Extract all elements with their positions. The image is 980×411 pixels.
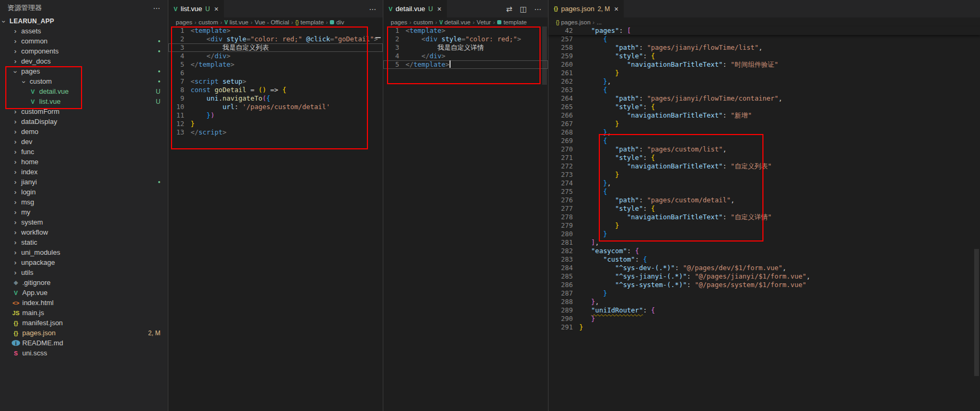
code-line[interactable]: 258 "path": "pages/jianyi/flowTime/list"… [549,43,980,52]
tree-item-manifest-json[interactable]: {}manifest.json [0,318,168,328]
code-line[interactable]: 272 "navigationBarTitleText": "自定义列表" [549,162,980,171]
close-icon[interactable]: × [437,5,442,13]
code-line[interactable]: 261 } [549,69,980,77]
breadcrumb-item[interactable]: custom [199,19,218,25]
code-line[interactable]: 281 ], [549,238,980,247]
tree-root-learun-app[interactable]: › LEARUN_APP [0,16,168,26]
tree-item-uni-scss[interactable]: Suni.scss [0,348,168,358]
compare-icon[interactable]: ⇄ [506,5,513,13]
code-line[interactable]: 264 "path": "pages/jianyi/flowTime/conta… [549,94,980,103]
code-line[interactable]: 11 }) [168,111,383,120]
tree-item-dev-docs[interactable]: ›dev_docs [0,56,168,66]
code-line[interactable]: 3 我是自定义详情 [383,43,548,52]
breadcrumb-item[interactable]: {}pages.json [556,19,590,25]
code-line[interactable]: 1<template> [383,26,548,35]
tree-item-main-js[interactable]: JSmain.js [0,308,168,318]
code-line[interactable]: 290 } [549,315,980,323]
tree-item-readme-md[interactable]: iREADME.md [0,338,168,348]
code-line[interactable]: 280 } [549,230,980,238]
breadcrumb-item[interactable]: Vlist.vue [224,19,248,25]
more-actions-icon[interactable]: ⋯ [534,5,542,13]
tree-item-unpackage[interactable]: ›unpackage [0,257,168,267]
code-line[interactable]: 266 "navigationBarTitleText": "新增" [549,111,980,120]
tree-item-msg[interactable]: ›msg [0,197,168,207]
code-line[interactable]: 7<script setup> [168,77,383,86]
breadcrumb-item[interactable]: Vdetail.vue [439,19,471,25]
tree-item-login[interactable]: ›login [0,187,168,197]
tree-item--gitignore[interactable]: ◆.gitignore [0,278,168,288]
breadcrumb-item[interactable]: pages [391,19,407,25]
breadcrumb-item[interactable]: template [497,19,527,25]
breadcrumb-item[interactable]: Vue - Official [255,19,289,25]
code-line[interactable]: 2 <div style="color: red;" @click="goDet… [168,35,383,43]
code-line[interactable]: 267 } [549,120,980,128]
code-line[interactable]: 274 }, [549,179,980,187]
code-line[interactable]: 8const goDetail = () => { [168,86,383,94]
sticky-scroll-line[interactable]: 42 "pages": [ [549,26,980,35]
breadcrumb-item[interactable]: custom [413,19,433,25]
tree-item-components[interactable]: ›components● [0,46,168,56]
code-line[interactable]: 286 "^sys-system-(.*)": "@/pages/system/… [549,281,980,289]
tree-item-app-vue[interactable]: VApp.vue [0,288,168,298]
close-icon[interactable]: × [614,5,618,13]
code-line[interactable]: 284 "^sys-dev-(.*)": "@/pages/dev/$1/for… [549,264,980,272]
code-line[interactable]: 263 { [549,86,980,94]
tree-item-custom[interactable]: ›custom● [0,76,168,86]
code-line[interactable]: 265 "style": { [549,103,980,111]
tree-item-dev[interactable]: ›dev [0,137,168,147]
tree-item-home[interactable]: ›home [0,157,168,167]
code-line[interactable]: 5</template> [168,60,383,69]
code-line[interactable]: 269 { [549,137,980,145]
breadcrumb-item[interactable]: {}template [295,19,324,25]
code-line[interactable]: 5</template> [383,60,548,69]
split-editor-icon[interactable]: ◫ [520,5,527,13]
code-line[interactable]: 3 我是自定义列表 [168,43,383,52]
more-actions-icon[interactable]: ⋯ [369,5,376,13]
code-editor-pages-json[interactable]: 42 "pages": [257 {258 "path": "pages/jia… [549,26,980,332]
tree-item-jianyi[interactable]: ›jianyi● [0,177,168,187]
code-line[interactable]: 12} [168,120,383,128]
tree-item-index-html[interactable]: <>index.html [0,298,168,308]
tree-item-datadisplay[interactable]: ›dataDisplay [0,117,168,127]
breadcrumb-item[interactable]: pages [176,19,192,25]
code-line[interactable]: 270 "path": "pages/custom/list", [549,145,980,154]
tree-item-uni-modules[interactable]: ›uni_modules [0,247,168,257]
code-line[interactable]: 259 "style": { [549,52,980,60]
code-line[interactable]: 268 }, [549,128,980,137]
breadcrumb-item[interactable]: ... [597,19,602,25]
code-line[interactable]: 273 } [549,171,980,179]
tree-item-func[interactable]: ›func [0,147,168,157]
code-editor-list-vue[interactable]: 1<template>2 <div style="color: red;" @c… [168,26,383,137]
code-editor-detail-vue[interactable]: 1<template>2 <div style="color: red;">3 … [383,26,548,69]
scrollbar[interactable] [542,26,547,85]
tree-item-common[interactable]: ›common● [0,36,168,46]
explorer-more-actions-icon[interactable]: ⋯ [153,4,160,12]
code-line[interactable]: 275 { [549,187,980,196]
code-line[interactable]: 1<template> [168,26,383,35]
code-line[interactable]: 4 </div> [383,52,548,60]
breadcrumb-item[interactable]: Vetur [476,19,491,25]
code-line[interactable]: 285 "^sys-jianyi-(.*)": "@/pages/jianyi/… [549,272,980,281]
code-line[interactable]: 289 "uniIdRouter": { [549,306,980,315]
tree-item-static[interactable]: ›static [0,237,168,247]
code-line[interactable]: 288 }, [549,298,980,306]
code-line[interactable]: 283 "custom": { [549,255,980,264]
code-line[interactable]: 287 } [549,289,980,298]
code-line[interactable]: 4 </div> [168,52,383,60]
tree-item-workflow[interactable]: ›workflow [0,227,168,237]
code-line[interactable]: 262 }, [549,77,980,86]
tree-item-index[interactable]: ›index [0,167,168,177]
tree-item-my[interactable]: ›my [0,207,168,217]
tab-detail-vue[interactable]: V detail.vue U × [383,0,447,17]
tree-item-demo[interactable]: ›demo [0,127,168,137]
code-line[interactable]: 271 "style": { [549,154,980,162]
code-line[interactable]: 291} [549,323,980,332]
code-line[interactable]: 277 "style": { [549,204,980,213]
code-line[interactable]: 257 { [549,35,980,43]
breadcrumb-item[interactable]: div [330,19,344,25]
code-line[interactable]: 276 "path": "pages/custom/detail", [549,196,980,204]
tree-item-assets[interactable]: ›assets [0,26,168,36]
tree-item-pages[interactable]: ›pages● [0,66,168,76]
code-line[interactable]: 282 "easycom": { [549,247,980,255]
code-line[interactable]: 10 url: '/pages/custom/detail' [168,103,383,111]
